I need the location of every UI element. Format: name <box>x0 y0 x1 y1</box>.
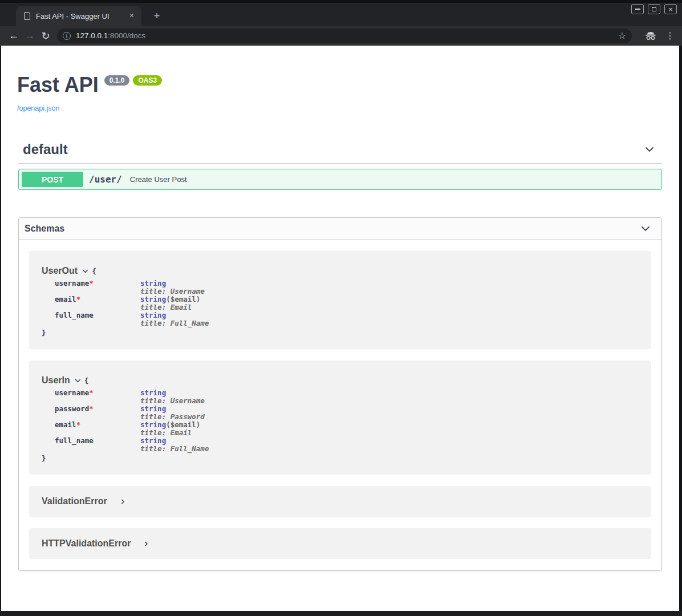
model-title: HTTPValidationError <box>42 538 131 549</box>
brace-open: { <box>92 267 96 275</box>
property-type-line: string <box>140 279 209 287</box>
tag-header-default[interactable]: default <box>18 141 662 164</box>
schema-model-httpvalidationerror[interactable]: HTTPValidationError <box>29 528 651 559</box>
chevron-down-icon <box>640 223 651 234</box>
property-type: string <box>140 404 166 413</box>
url-text: 127.0.0.1:8000/docs <box>76 31 145 40</box>
browser-toolbar: ← → ↻ i 127.0.0.1:8000/docs ☆ ⋮ <box>0 26 682 46</box>
minimize-button[interactable] <box>631 4 644 14</box>
property-row: password*stringtitle: Password <box>55 405 209 421</box>
property-row: full_namestringtitle: Full_Name <box>55 437 209 453</box>
brace-close: } <box>42 454 46 463</box>
browser-window: Fast API - Swagger UI × + × ← → ↻ i 127.… <box>0 0 682 616</box>
property-detail: stringtitle: Username <box>140 389 209 405</box>
property-type: string <box>140 279 166 287</box>
property-row: full_namestringtitle: Full_Name <box>55 311 209 327</box>
tag-title: default <box>23 141 644 157</box>
property-row: email*string($email)title: Email <box>55 295 209 311</box>
schemas-section: Schemas UserOut{username*stringtitle: Us… <box>18 217 662 571</box>
brace-close: } <box>42 329 46 337</box>
brace-open: { <box>84 376 89 385</box>
incognito-icon <box>644 31 657 40</box>
address-bar[interactable]: i 127.0.0.1:8000/docs ☆ <box>57 29 632 43</box>
browser-menu-icon[interactable]: ⋮ <box>664 30 676 41</box>
operation-summary: Create User Post <box>130 175 187 184</box>
property-name: full_name <box>55 437 140 453</box>
property-name: username* <box>55 389 140 405</box>
property-row: username*stringtitle: Username <box>55 389 209 405</box>
model-title: UserIn <box>42 375 70 385</box>
maximize-icon <box>652 7 656 11</box>
opblock-post-user[interactable]: POST /user/ Create User Post <box>18 169 662 190</box>
close-icon: × <box>668 6 673 13</box>
model-title: UserOut <box>42 266 78 275</box>
api-info: Fast API 0.1.0 OAS3 /openapi.json <box>1 46 679 113</box>
property-title: title: Email <box>140 429 209 437</box>
tab-strip: Fast API - Swagger UI × + × <box>0 0 682 26</box>
required-marker: * <box>76 295 81 303</box>
property-title: title: Username <box>140 397 209 405</box>
badges: 0.1.0 OAS3 <box>104 75 162 86</box>
chevron-down-icon <box>644 144 655 155</box>
property-detail: stringtitle: Full_Name <box>140 311 209 327</box>
method-badge: POST <box>22 172 83 187</box>
schema-model-userout-properties: username*stringtitle: Usernameemail*stri… <box>55 279 209 327</box>
property-title: title: Email <box>140 303 209 311</box>
chevron-right-icon <box>143 541 149 547</box>
tab-title: Fast API - Swagger UI <box>36 12 127 21</box>
expand-toggle[interactable] <box>143 539 149 549</box>
maximize-button[interactable] <box>648 4 660 14</box>
page-favicon-icon <box>24 12 30 20</box>
close-button[interactable]: × <box>664 4 677 14</box>
property-type-line: string <box>140 311 209 319</box>
property-name: email* <box>55 295 140 311</box>
minimize-icon <box>635 9 640 10</box>
property-type-line: string($email) <box>140 421 209 429</box>
property-type-line: string($email) <box>140 295 209 303</box>
property-type: string <box>140 311 166 319</box>
property-type-line: string <box>140 389 209 397</box>
reload-icon[interactable]: ↻ <box>38 30 54 42</box>
property-title: title: Full_Name <box>140 445 209 453</box>
property-title: title: Full_Name <box>140 319 209 327</box>
property-format: ($email) <box>166 420 200 429</box>
chevron-down-icon <box>74 377 82 384</box>
schemas-body: UserOut{username*stringtitle: Usernameem… <box>19 240 661 559</box>
schema-model-userin-properties: username*stringtitle: Usernamepassword*s… <box>55 389 209 453</box>
url-host: 127.0.0.1 <box>76 31 108 40</box>
browser-tab[interactable]: Fast API - Swagger UI × <box>16 6 141 26</box>
property-detail: stringtitle: Username <box>140 279 209 295</box>
schemas-header[interactable]: Schemas <box>19 218 661 240</box>
property-row: email*string($email)title: Email <box>55 421 209 437</box>
url-path: :8000/docs <box>108 31 145 40</box>
schema-model-userout-title-row[interactable]: UserOut{ <box>42 266 640 276</box>
property-name: password* <box>55 405 140 421</box>
oas3-badge: OAS3 <box>133 75 162 86</box>
required-marker: * <box>76 420 81 429</box>
property-title: title: Username <box>140 287 209 295</box>
bookmark-star-icon[interactable]: ☆ <box>617 30 627 41</box>
tag-section-default: default POST /user/ Create User Post <box>18 141 662 190</box>
property-type: string <box>140 388 166 397</box>
openapi-spec-link[interactable]: /openapi.json <box>17 104 59 112</box>
property-name: email* <box>55 421 140 437</box>
property-row: username*stringtitle: Username <box>55 279 209 295</box>
property-title: title: Password <box>140 413 209 421</box>
new-tab-button[interactable]: + <box>149 9 164 23</box>
required-marker: * <box>89 388 94 397</box>
schema-model-userin-title-row[interactable]: UserIn{ <box>42 375 640 386</box>
schema-model-validationerror[interactable]: ValidationError <box>29 486 651 517</box>
required-marker: * <box>89 279 94 287</box>
property-detail: stringtitle: Password <box>140 405 209 421</box>
site-info-icon[interactable]: i <box>63 32 71 40</box>
property-type: string <box>140 420 166 429</box>
back-icon[interactable]: ← <box>6 30 22 42</box>
forward-icon[interactable]: → <box>22 30 38 42</box>
expand-toggle[interactable] <box>120 497 126 507</box>
property-type: string <box>140 295 166 303</box>
property-name: full_name <box>55 311 140 327</box>
model-toggle[interactable] <box>74 376 82 386</box>
tab-close-icon[interactable]: × <box>127 11 137 21</box>
property-detail: stringtitle: Full_Name <box>140 437 209 453</box>
model-toggle[interactable] <box>82 267 89 277</box>
